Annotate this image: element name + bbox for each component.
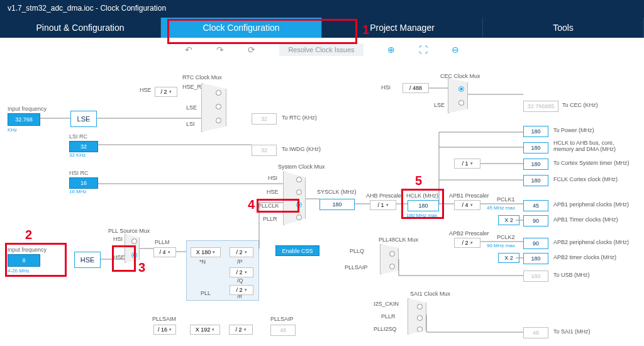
mark-4: 4 [248, 198, 255, 212]
out-ahb-txt: HCLK to AHB bus, core, memory and DMA (M… [553, 140, 635, 152]
pllsaim-lbl: PLLSAIM [152, 316, 176, 322]
sysclk-hse: HSE [267, 189, 279, 195]
mark-1-box [167, 19, 357, 44]
pllq-select[interactable]: / 2▾ [230, 267, 253, 277]
apb2-tim: X 2 [498, 253, 519, 263]
pll48-q: PLLQ [350, 248, 364, 254]
cortex-div[interactable]: / 1▾ [454, 159, 480, 169]
pllp-lbl: /P [237, 259, 243, 265]
rtc-mux-title: RTC Clock Mux [182, 74, 222, 81]
out-apb2t-txt: APB2 timer clocks (MHz) [553, 254, 616, 260]
apb1-max: 45 MHz max [487, 205, 515, 211]
redo-icon[interactable]: ↷ [216, 45, 224, 55]
cec-lse: LSE [434, 102, 445, 108]
mark-5: 5 [415, 174, 422, 188]
hse-name: HSE [74, 252, 101, 268]
mark-2-box [5, 243, 67, 277]
pclk1-lbl: PCLK1 [497, 196, 515, 203]
mark-3: 3 [138, 260, 145, 275]
tab-pinout[interactable]: Pinout & Configuration [0, 18, 161, 38]
out-apb2t: 180 [523, 253, 548, 264]
lsi-title: LSI RC [69, 133, 98, 140]
sysclk-val[interactable]: 180 [319, 199, 355, 210]
pllr-lbl: /R [237, 294, 242, 299]
ahb-select[interactable]: / 1▾ [370, 200, 396, 210]
lse-block: Input frequency 32.768 KHz [8, 106, 59, 133]
sysclk-hsi: HSI [268, 175, 277, 181]
out-sai1-txt: To SAI1 (MHz) [553, 328, 591, 335]
pllp-select[interactable]: / 2▾ [230, 247, 253, 257]
pll-box: X 180▾ *N / 2▾ /P / 2▾ /Q / 2▾ /R PLL [186, 240, 259, 301]
pllsrc-hsi: HSI [113, 236, 123, 242]
pllsain-select[interactable]: X 192▾ [190, 325, 220, 335]
mark-3-box [112, 245, 136, 272]
sysclk-mux[interactable] [283, 171, 306, 225]
mark-4-box [257, 199, 299, 213]
cec-out: 32.786885 [523, 101, 558, 112]
undo-icon[interactable]: ↶ [185, 45, 192, 55]
apb2-max: 90 MHz max [487, 243, 515, 248]
refresh-icon[interactable]: ⟳ [248, 45, 255, 55]
pllsaiq-select[interactable]: / 2▾ [229, 325, 253, 335]
lsi-unit: 32 KHz [69, 152, 98, 158]
out-sai1: 48 [523, 327, 548, 338]
hsi-block: HSI RC 16 16 MHz [69, 170, 98, 194]
clock-canvas[interactable]: ↶ ↷ ⟳ Resolve Clock Issues ⊕ ⛶ ⊖ Input f… [0, 38, 644, 346]
sai1-mux[interactable] [408, 298, 426, 335]
rtc-mux[interactable] [201, 83, 226, 132]
out-apb1t-txt: APB1 Timer clocks (MHz) [553, 216, 618, 223]
pllsrc-title: PLL Source Mux [108, 228, 150, 234]
cec-mux[interactable] [448, 78, 468, 113]
apb1-lbl: APB1 Prescaler [449, 193, 489, 199]
rtc-lse-lbl: LSE [186, 104, 197, 111]
pll48-saip: PLLSAIP [345, 264, 368, 271]
hsi-title: HSI RC [69, 170, 98, 176]
pll48-mux[interactable] [380, 244, 399, 274]
iwdg-out: 32 [252, 145, 277, 156]
rtc-out: 32 [252, 113, 277, 125]
out-ahb: 180 [523, 142, 548, 153]
lsi-val: 32 [69, 141, 98, 152]
plln-select[interactable]: X 180▾ [191, 247, 221, 257]
pllsaip-out: 48 [270, 325, 296, 336]
hse-name-box: HSE [74, 252, 101, 268]
out-apb1p: 45 [523, 200, 548, 211]
sai1-pllisq: PLLI2SQ [374, 326, 397, 332]
sai1-i2s: I2S_CKIN [374, 301, 399, 307]
rtc-lsi-lbl: LSI [186, 121, 195, 127]
out-apb1t: 90 [523, 215, 548, 226]
apb2-lbl: APB2 Prescaler [449, 230, 489, 237]
apb2-select[interactable]: / 2▾ [454, 238, 480, 248]
enable-css-button[interactable]: Enable CSS [275, 245, 319, 256]
pllsaip-lbl: PLLSAIP [270, 316, 294, 322]
lse-label: Input frequency [8, 106, 59, 112]
window-title: v1.7_stm32_adc_dma.ioc - Clock Configura… [8, 4, 166, 13]
pllm-lbl: PLLM [155, 239, 170, 245]
apb1-tim: X 2 [498, 215, 519, 225]
pllsaim-select[interactable]: / 16▾ [153, 325, 176, 335]
out-apb2p: 90 [523, 238, 548, 249]
out-apb1p-txt: APB1 peripheral clocks (MHz) [553, 201, 629, 208]
pllm-select[interactable]: / 4▾ [153, 247, 176, 257]
rtc-hse-lbl: HSE [140, 87, 152, 93]
lse-unit: KHz [8, 127, 59, 133]
out-fclk-txt: FCLK Cortex clock (MHz) [553, 176, 618, 182]
out-fclk: 180 [523, 175, 548, 186]
iwdg-txt: To IWDG (KHz) [282, 146, 321, 152]
fullscreen-icon[interactable]: ⛶ [419, 45, 428, 55]
tab-tools[interactable]: Tools [483, 18, 644, 38]
pll48-title: PLL48CLK Mux [379, 237, 418, 243]
mark-1: 1 [362, 23, 369, 37]
mark-2: 2 [25, 228, 32, 242]
cec-div[interactable]: / 488 [402, 83, 429, 93]
out-systick-txt: To Cortex System timer (MHz) [553, 160, 630, 166]
rtc-hse-div[interactable]: / 2▾ [155, 87, 177, 97]
sai1-title: SAI1 Clock Mux [410, 291, 450, 297]
apb1-select[interactable]: / 4▾ [454, 200, 480, 210]
zoom-out-icon[interactable]: ⊖ [452, 45, 459, 55]
lsi-block: LSI RC 32 32 KHz [69, 133, 98, 158]
out-apb2p-txt: APB2 peripheral clocks (MHz) [553, 239, 629, 245]
lse-freq-input[interactable]: 32.768 [8, 113, 40, 126]
resolve-clock-button[interactable]: Resolve Clock Issues [279, 43, 363, 56]
zoom-in-icon[interactable]: ⊕ [387, 45, 395, 55]
